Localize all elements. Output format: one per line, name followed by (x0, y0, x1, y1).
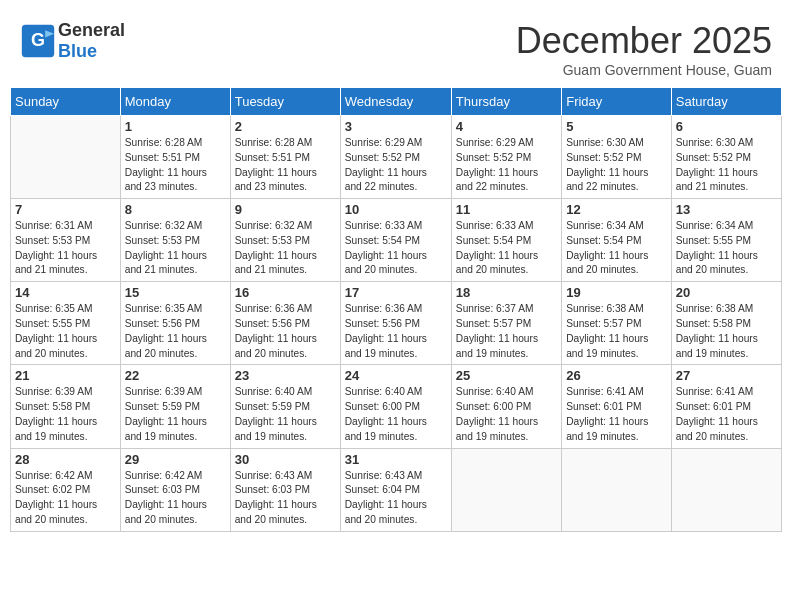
calendar-cell: 3Sunrise: 6:29 AMSunset: 5:52 PMDaylight… (340, 116, 451, 199)
calendar-location: Guam Government House, Guam (516, 62, 772, 78)
day-info: Sunrise: 6:29 AMSunset: 5:52 PMDaylight:… (345, 136, 447, 195)
calendar-cell: 6Sunrise: 6:30 AMSunset: 5:52 PMDaylight… (671, 116, 781, 199)
page-header: G General Blue December 2025 Guam Govern… (10, 10, 782, 83)
day-info: Sunrise: 6:41 AMSunset: 6:01 PMDaylight:… (566, 385, 667, 444)
day-info: Sunrise: 6:40 AMSunset: 5:59 PMDaylight:… (235, 385, 336, 444)
calendar-cell: 25Sunrise: 6:40 AMSunset: 6:00 PMDayligh… (451, 365, 561, 448)
day-number: 18 (456, 285, 557, 300)
day-info: Sunrise: 6:41 AMSunset: 6:01 PMDaylight:… (676, 385, 777, 444)
day-info: Sunrise: 6:36 AMSunset: 5:56 PMDaylight:… (235, 302, 336, 361)
day-number: 17 (345, 285, 447, 300)
day-info: Sunrise: 6:42 AMSunset: 6:02 PMDaylight:… (15, 469, 116, 528)
day-number: 27 (676, 368, 777, 383)
day-info: Sunrise: 6:30 AMSunset: 5:52 PMDaylight:… (566, 136, 667, 195)
calendar-cell: 2Sunrise: 6:28 AMSunset: 5:51 PMDaylight… (230, 116, 340, 199)
day-number: 22 (125, 368, 226, 383)
calendar-cell: 24Sunrise: 6:40 AMSunset: 6:00 PMDayligh… (340, 365, 451, 448)
day-info: Sunrise: 6:35 AMSunset: 5:55 PMDaylight:… (15, 302, 116, 361)
day-number: 6 (676, 119, 777, 134)
day-of-week-header: Saturday (671, 88, 781, 116)
day-info: Sunrise: 6:40 AMSunset: 6:00 PMDaylight:… (456, 385, 557, 444)
day-number: 10 (345, 202, 447, 217)
day-number: 25 (456, 368, 557, 383)
calendar-cell: 26Sunrise: 6:41 AMSunset: 6:01 PMDayligh… (562, 365, 672, 448)
day-number: 28 (15, 452, 116, 467)
svg-text:G: G (31, 30, 45, 50)
day-info: Sunrise: 6:38 AMSunset: 5:57 PMDaylight:… (566, 302, 667, 361)
day-number: 29 (125, 452, 226, 467)
day-number: 31 (345, 452, 447, 467)
day-of-week-header: Wednesday (340, 88, 451, 116)
day-info: Sunrise: 6:32 AMSunset: 5:53 PMDaylight:… (235, 219, 336, 278)
day-info: Sunrise: 6:40 AMSunset: 6:00 PMDaylight:… (345, 385, 447, 444)
calendar-cell: 31Sunrise: 6:43 AMSunset: 6:04 PMDayligh… (340, 448, 451, 531)
day-number: 11 (456, 202, 557, 217)
logo-icon: G (20, 23, 56, 59)
calendar-week-row: 14Sunrise: 6:35 AMSunset: 5:55 PMDayligh… (11, 282, 782, 365)
day-of-week-header: Thursday (451, 88, 561, 116)
calendar-cell: 4Sunrise: 6:29 AMSunset: 5:52 PMDaylight… (451, 116, 561, 199)
calendar-cell: 13Sunrise: 6:34 AMSunset: 5:55 PMDayligh… (671, 199, 781, 282)
day-number: 8 (125, 202, 226, 217)
calendar-table: SundayMondayTuesdayWednesdayThursdayFrid… (10, 87, 782, 532)
day-number: 1 (125, 119, 226, 134)
day-number: 24 (345, 368, 447, 383)
day-number: 30 (235, 452, 336, 467)
day-number: 5 (566, 119, 667, 134)
calendar-week-row: 7Sunrise: 6:31 AMSunset: 5:53 PMDaylight… (11, 199, 782, 282)
calendar-cell: 30Sunrise: 6:43 AMSunset: 6:03 PMDayligh… (230, 448, 340, 531)
calendar-cell: 21Sunrise: 6:39 AMSunset: 5:58 PMDayligh… (11, 365, 121, 448)
day-info: Sunrise: 6:38 AMSunset: 5:58 PMDaylight:… (676, 302, 777, 361)
day-number: 15 (125, 285, 226, 300)
day-info: Sunrise: 6:33 AMSunset: 5:54 PMDaylight:… (345, 219, 447, 278)
day-number: 23 (235, 368, 336, 383)
day-info: Sunrise: 6:29 AMSunset: 5:52 PMDaylight:… (456, 136, 557, 195)
day-number: 20 (676, 285, 777, 300)
day-info: Sunrise: 6:32 AMSunset: 5:53 PMDaylight:… (125, 219, 226, 278)
day-number: 26 (566, 368, 667, 383)
calendar-cell: 5Sunrise: 6:30 AMSunset: 5:52 PMDaylight… (562, 116, 672, 199)
calendar-cell (671, 448, 781, 531)
calendar-cell: 9Sunrise: 6:32 AMSunset: 5:53 PMDaylight… (230, 199, 340, 282)
day-number: 19 (566, 285, 667, 300)
day-number: 9 (235, 202, 336, 217)
calendar-cell: 1Sunrise: 6:28 AMSunset: 5:51 PMDaylight… (120, 116, 230, 199)
calendar-cell: 29Sunrise: 6:42 AMSunset: 6:03 PMDayligh… (120, 448, 230, 531)
day-number: 13 (676, 202, 777, 217)
day-info: Sunrise: 6:34 AMSunset: 5:54 PMDaylight:… (566, 219, 667, 278)
calendar-cell: 15Sunrise: 6:35 AMSunset: 5:56 PMDayligh… (120, 282, 230, 365)
calendar-cell (11, 116, 121, 199)
day-info: Sunrise: 6:37 AMSunset: 5:57 PMDaylight:… (456, 302, 557, 361)
logo-text-blue: Blue (58, 41, 97, 61)
calendar-cell: 12Sunrise: 6:34 AMSunset: 5:54 PMDayligh… (562, 199, 672, 282)
day-of-week-header: Tuesday (230, 88, 340, 116)
logo: G General Blue (20, 20, 125, 62)
calendar-cell: 19Sunrise: 6:38 AMSunset: 5:57 PMDayligh… (562, 282, 672, 365)
day-of-week-header: Monday (120, 88, 230, 116)
calendar-cell: 7Sunrise: 6:31 AMSunset: 5:53 PMDaylight… (11, 199, 121, 282)
calendar-cell: 20Sunrise: 6:38 AMSunset: 5:58 PMDayligh… (671, 282, 781, 365)
calendar-cell: 10Sunrise: 6:33 AMSunset: 5:54 PMDayligh… (340, 199, 451, 282)
day-number: 3 (345, 119, 447, 134)
day-number: 4 (456, 119, 557, 134)
calendar-week-row: 28Sunrise: 6:42 AMSunset: 6:02 PMDayligh… (11, 448, 782, 531)
day-of-week-header: Friday (562, 88, 672, 116)
calendar-cell: 17Sunrise: 6:36 AMSunset: 5:56 PMDayligh… (340, 282, 451, 365)
calendar-cell: 16Sunrise: 6:36 AMSunset: 5:56 PMDayligh… (230, 282, 340, 365)
calendar-title: December 2025 (516, 20, 772, 62)
calendar-week-row: 1Sunrise: 6:28 AMSunset: 5:51 PMDaylight… (11, 116, 782, 199)
day-info: Sunrise: 6:39 AMSunset: 5:58 PMDaylight:… (15, 385, 116, 444)
calendar-cell: 8Sunrise: 6:32 AMSunset: 5:53 PMDaylight… (120, 199, 230, 282)
day-info: Sunrise: 6:33 AMSunset: 5:54 PMDaylight:… (456, 219, 557, 278)
day-info: Sunrise: 6:43 AMSunset: 6:03 PMDaylight:… (235, 469, 336, 528)
day-number: 16 (235, 285, 336, 300)
day-info: Sunrise: 6:28 AMSunset: 5:51 PMDaylight:… (235, 136, 336, 195)
calendar-cell: 27Sunrise: 6:41 AMSunset: 6:01 PMDayligh… (671, 365, 781, 448)
day-number: 21 (15, 368, 116, 383)
calendar-cell: 14Sunrise: 6:35 AMSunset: 5:55 PMDayligh… (11, 282, 121, 365)
calendar-header-row: SundayMondayTuesdayWednesdayThursdayFrid… (11, 88, 782, 116)
calendar-cell: 18Sunrise: 6:37 AMSunset: 5:57 PMDayligh… (451, 282, 561, 365)
day-number: 12 (566, 202, 667, 217)
day-info: Sunrise: 6:35 AMSunset: 5:56 PMDaylight:… (125, 302, 226, 361)
calendar-week-row: 21Sunrise: 6:39 AMSunset: 5:58 PMDayligh… (11, 365, 782, 448)
